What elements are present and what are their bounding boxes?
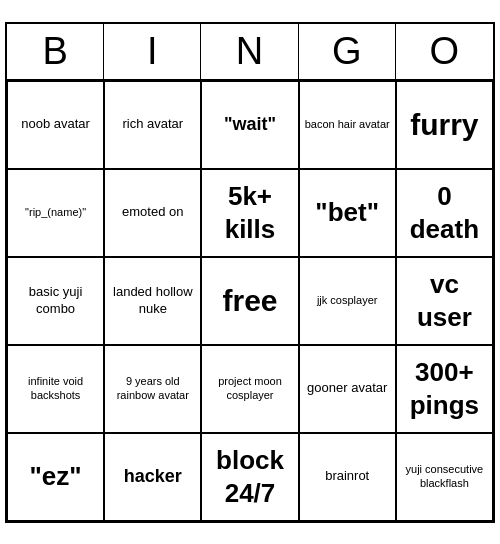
cell-text-6: emoted on xyxy=(122,204,183,220)
bingo-card: BINGO noob avatarrich avatar"wait"bacon … xyxy=(5,22,495,523)
cell-text-4: furry xyxy=(410,106,478,144)
bingo-cell-15: infinite void backshots xyxy=(7,345,104,433)
bingo-grid: noob avatarrich avatar"wait"bacon hair a… xyxy=(7,81,493,521)
cell-text-9: 0 death xyxy=(401,180,488,245)
cell-text-3: bacon hair avatar xyxy=(305,118,390,132)
bingo-cell-22: block 24/7 xyxy=(201,433,298,521)
bingo-cell-6: emoted on xyxy=(104,169,201,257)
bingo-cell-21: hacker xyxy=(104,433,201,521)
bingo-cell-4: furry xyxy=(396,81,493,169)
cell-text-1: rich avatar xyxy=(122,116,183,132)
cell-text-14: vc user xyxy=(401,268,488,333)
cell-text-24: yuji consecutive blackflash xyxy=(401,463,488,491)
bingo-cell-17: project moon cosplayer xyxy=(201,345,298,433)
bingo-cell-1: rich avatar xyxy=(104,81,201,169)
cell-text-22: block 24/7 xyxy=(206,444,293,509)
cell-text-19: 300+ pings xyxy=(401,356,488,421)
cell-text-0: noob avatar xyxy=(21,116,90,132)
bingo-cell-12: free xyxy=(201,257,298,345)
bingo-cell-2: "wait" xyxy=(201,81,298,169)
header-letter-g: G xyxy=(299,24,396,79)
cell-text-10: basic yuji combo xyxy=(12,284,99,317)
cell-text-16: 9 years old rainbow avatar xyxy=(109,375,196,403)
bingo-cell-9: 0 death xyxy=(396,169,493,257)
bingo-cell-18: gooner avatar xyxy=(299,345,396,433)
bingo-cell-20: "ez" xyxy=(7,433,104,521)
cell-text-18: gooner avatar xyxy=(307,380,387,396)
bingo-header: BINGO xyxy=(7,24,493,81)
bingo-cell-14: vc user xyxy=(396,257,493,345)
bingo-cell-23: brainrot xyxy=(299,433,396,521)
cell-text-11: landed hollow nuke xyxy=(109,284,196,317)
bingo-cell-24: yuji consecutive blackflash xyxy=(396,433,493,521)
bingo-cell-5: "rip_(name)" xyxy=(7,169,104,257)
bingo-cell-11: landed hollow nuke xyxy=(104,257,201,345)
cell-text-21: hacker xyxy=(124,465,182,488)
bingo-cell-16: 9 years old rainbow avatar xyxy=(104,345,201,433)
cell-text-12: free xyxy=(222,282,277,320)
bingo-cell-8: "bet" xyxy=(299,169,396,257)
bingo-cell-13: jjk cosplayer xyxy=(299,257,396,345)
bingo-cell-19: 300+ pings xyxy=(396,345,493,433)
cell-text-7: 5k+ kills xyxy=(206,180,293,245)
cell-text-5: "rip_(name)" xyxy=(25,206,86,220)
cell-text-15: infinite void backshots xyxy=(12,375,99,403)
cell-text-23: brainrot xyxy=(325,468,369,484)
cell-text-17: project moon cosplayer xyxy=(206,375,293,403)
cell-text-8: "bet" xyxy=(315,196,379,229)
header-letter-i: I xyxy=(104,24,201,79)
header-letter-b: B xyxy=(7,24,104,79)
header-letter-n: N xyxy=(201,24,298,79)
bingo-cell-7: 5k+ kills xyxy=(201,169,298,257)
cell-text-13: jjk cosplayer xyxy=(317,294,378,308)
header-letter-o: O xyxy=(396,24,493,79)
bingo-cell-10: basic yuji combo xyxy=(7,257,104,345)
cell-text-2: "wait" xyxy=(224,113,276,136)
bingo-cell-3: bacon hair avatar xyxy=(299,81,396,169)
cell-text-20: "ez" xyxy=(30,460,82,493)
bingo-cell-0: noob avatar xyxy=(7,81,104,169)
